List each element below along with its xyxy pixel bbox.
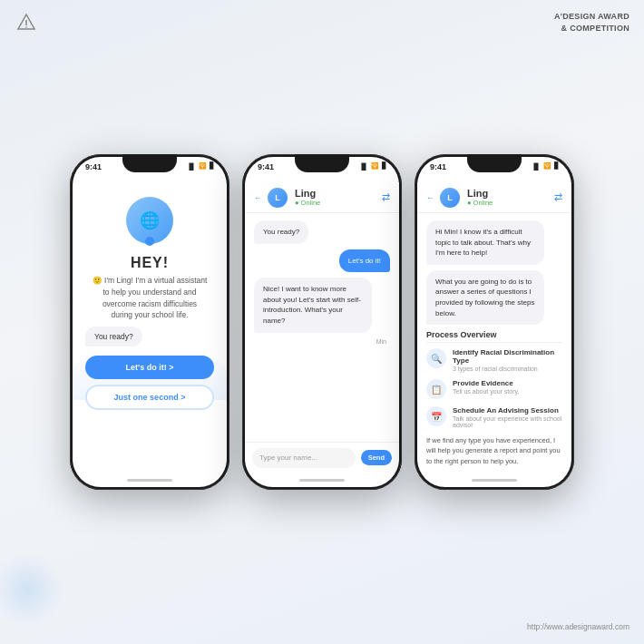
identify-icon: 🔍 (431, 354, 442, 364)
chat-avatar-2: L (268, 188, 288, 208)
award-branding: A'DESIGN AWARD & COMPETITION (554, 11, 629, 34)
hey-heading: HEY! (131, 255, 169, 271)
input-placeholder-2: Type your name... (259, 454, 317, 462)
process-msg-1: Hi Min! I know it's a difficult topic to… (426, 220, 544, 265)
process-msg-2: What you are going to do is to answer a … (426, 270, 544, 325)
chat-messages-2: You ready? Let's do it! Nice! I want to … (245, 213, 399, 442)
ling-logo-symbol: 🌐 (140, 210, 160, 230)
phone-3-inner: 9:41 ▐▌ 🛜 ▊ ← L Ling ● Online ⇄ (417, 157, 571, 487)
chat-header-3: ← L Ling ● Online ⇄ (417, 182, 571, 213)
step-2-icon: 📋 (426, 379, 446, 399)
status-icons-3: ▐▌ 🛜 ▊ (532, 162, 559, 170)
process-footer-text: If we find any type you have experienced… (426, 435, 562, 466)
wifi-icon-3: 🛜 (543, 162, 551, 170)
back-button-2[interactable]: ← (254, 193, 262, 202)
intro-text: 🙂 I'm Ling! I'm a virtual assistant to h… (85, 275, 214, 321)
step-3-sub: Talk about your experience with school a… (453, 415, 562, 428)
wifi-icon-2: 🛜 (371, 162, 379, 170)
signal-icon-3: ▐▌ (532, 163, 541, 170)
welcome-screen: 🌐 HEY! 🙂 I'm Ling! I'm a virtual assista… (73, 182, 227, 473)
home-indicator-1 (73, 473, 227, 487)
status-icons-1: ▐▌ 🛜 ▊ (187, 162, 214, 170)
chat-status-3: ● Online (467, 199, 493, 207)
schedule-icon: 📅 (431, 412, 442, 422)
message-row-3: Nice! I want to know more about you! Let… (254, 278, 390, 332)
message-row-1: You ready? (254, 220, 390, 244)
battery-icon-2: ▊ (382, 162, 386, 170)
chat-header-2: ← L Ling ● Online ⇄ (245, 182, 399, 213)
ready-bubble: You ready? (85, 327, 142, 346)
home-bar-3 (472, 479, 517, 482)
message-name-label: Min (254, 338, 386, 345)
signal-icon-2: ▐▌ (359, 163, 368, 170)
phone-2: 9:41 ▐▌ 🛜 ▊ ← L Ling ● Online ⇄ (242, 154, 402, 490)
process-msg-2-row: What you are going to do is to answer a … (426, 270, 562, 325)
notch-3 (467, 154, 522, 172)
phone-3: 9:41 ▐▌ 🛜 ▊ ← L Ling ● Online ⇄ (415, 154, 574, 490)
step-1-sub: 3 types of racial discrimination (453, 366, 562, 372)
step-1-title: Identify Racial Discrimination Type (453, 348, 562, 365)
step-3-title: Schedule An Advising Session (453, 406, 562, 415)
home-bar-1 (127, 479, 172, 482)
step-2-title: Provide Evidence (453, 379, 519, 387)
home-indicator-2 (245, 473, 399, 487)
evidence-icon: 📋 (431, 385, 442, 395)
status-time-1: 9:41 (85, 162, 102, 171)
action-buttons: Let's do it! > Just one second > (85, 356, 214, 410)
process-msg-1-row: Hi Min! I know it's a difficult topic to… (426, 220, 562, 265)
chat-title-3: Ling (467, 188, 493, 199)
status-icons-2: ▐▌ 🛜 ▊ (359, 162, 386, 170)
translate-icon-2[interactable]: ⇄ (382, 191, 390, 203)
battery-icon: ▊ (210, 162, 214, 170)
process-step-2: 📋 Provide Evidence Tell us about your st… (426, 379, 562, 399)
notch-2 (295, 154, 349, 172)
chat-avatar-3: L (440, 188, 460, 208)
chat-input-field-2[interactable]: Type your name... (252, 448, 356, 468)
header-title-group-3: Ling ● Online (463, 188, 493, 207)
process-overview-title: Process Overview (426, 330, 562, 343)
phone-1: 9:41 ▐▌ 🛜 ▊ 🌐 HEY! 🙂 I'm Ling! I'm a vir… (70, 154, 229, 490)
status-time-3: 9:41 (430, 162, 446, 171)
bottom-url: http://www.adesignaward.com (527, 622, 629, 631)
step-1-icon: 🔍 (426, 348, 446, 368)
process-step-1: 🔍 Identify Racial Discrimination Type 3 … (426, 348, 562, 372)
chat-input-bar-2: Type your name... Send (245, 442, 399, 473)
signal-icon: ▐▌ (187, 163, 196, 170)
back-button-3[interactable]: ← (426, 193, 434, 202)
step-3-content: Schedule An Advising Session Talk about … (453, 406, 562, 428)
lets-do-button[interactable]: Let's do it! > (85, 356, 214, 379)
step-1-content: Identify Racial Discrimination Type 3 ty… (453, 348, 562, 372)
header-title-group: Ling ● Online (291, 188, 320, 207)
process-step-3: 📅 Schedule An Advising Session Talk abou… (426, 406, 562, 428)
phone-2-inner: 9:41 ▐▌ 🛜 ▊ ← L Ling ● Online ⇄ (245, 157, 399, 487)
notch-1 (122, 154, 177, 172)
home-indicator-3 (417, 473, 571, 487)
process-screen: Hi Min! I know it's a difficult topic to… (417, 213, 571, 473)
chat-status-2: ● Online (295, 199, 320, 207)
wifi-icon: 🛜 (199, 162, 207, 170)
step-2-content: Provide Evidence Tell us about your stor… (453, 379, 519, 395)
send-button-2[interactable]: Send (361, 450, 392, 465)
battery-icon-3: ▊ (554, 162, 559, 170)
just-one-second-button[interactable]: Just one second > (85, 385, 214, 410)
chat-title-2: Ling (295, 188, 320, 199)
home-bar-2 (299, 479, 345, 482)
status-time-2: 9:41 (258, 162, 274, 171)
step-2-sub: Tell us about your story. (453, 388, 519, 395)
svg-point-2 (25, 26, 27, 28)
bubble-ready: You ready? (254, 220, 308, 244)
step-3-icon: 📅 (426, 406, 446, 426)
phones-container: 9:41 ▐▌ 🛜 ▊ 🌐 HEY! 🙂 I'm Ling! I'm a vir… (70, 154, 574, 490)
phone-1-inner: 9:41 ▐▌ 🛜 ▊ 🌐 HEY! 🙂 I'm Ling! I'm a vir… (73, 157, 227, 487)
welcome-logo-area: 🌐 (126, 197, 173, 248)
top-logo (16, 13, 36, 33)
translate-icon-3[interactable]: ⇄ (554, 191, 562, 203)
bubble-intro-prompt: Nice! I want to know more about you! Let… (254, 278, 372, 332)
message-row-2: Let's do it! (254, 249, 390, 273)
ling-logo: 🌐 (126, 197, 173, 244)
bubble-lets-do: Let's do it! (339, 249, 390, 273)
